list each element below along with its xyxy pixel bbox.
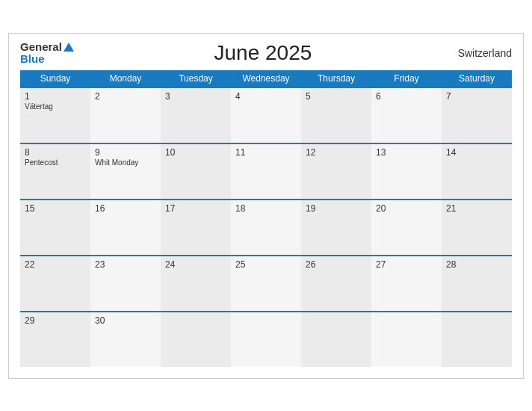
day-number: 24 [165, 259, 226, 270]
empty-day-cell [301, 312, 371, 367]
day-number: 29 [25, 315, 86, 326]
logo-general-text: General [20, 41, 74, 54]
day-cell-17: 17 [161, 200, 231, 255]
day-number: 2 [95, 91, 156, 102]
day-cell-25: 25 [231, 256, 301, 311]
day-number: 4 [235, 91, 297, 102]
day-cell-18: 18 [231, 200, 301, 255]
day-cell-14: 14 [442, 144, 512, 199]
day-number: 22 [25, 259, 86, 270]
day-cell-11: 11 [231, 144, 301, 199]
day-cell-21: 21 [442, 200, 512, 255]
logo-blue-text: Blue [20, 53, 45, 66]
day-cell-7: 7 [442, 88, 512, 143]
day-number: 28 [446, 259, 507, 270]
logo-triangle-icon [64, 43, 74, 52]
day-header-row: SundayMondayTuesdayWednesdayThursdayFrid… [20, 70, 512, 87]
week-row-2: 8Pentecost9Whit Monday1011121314 [20, 143, 512, 199]
day-number: 17 [165, 203, 226, 214]
day-cell-27: 27 [371, 256, 442, 311]
day-header-wednesday: Wednesday [231, 70, 301, 87]
day-number: 18 [235, 203, 297, 214]
day-cell-6: 6 [371, 88, 442, 143]
day-cell-10: 10 [161, 144, 231, 199]
day-number: 11 [235, 147, 297, 158]
day-cell-1: 1Vätertag [20, 88, 90, 143]
day-header-saturday: Saturday [442, 70, 512, 87]
day-cell-16: 16 [90, 200, 161, 255]
day-number: 12 [306, 147, 367, 158]
day-number: 27 [376, 259, 437, 270]
day-header-thursday: Thursday [301, 70, 371, 87]
day-number: 19 [306, 203, 367, 214]
day-cell-24: 24 [161, 256, 231, 311]
day-header-sunday: Sunday [20, 70, 90, 87]
day-number: 13 [376, 147, 437, 158]
logo: General Blue [20, 41, 74, 66]
calendar-header: General Blue June 2025 Switzerland [20, 41, 512, 66]
day-number: 26 [306, 259, 367, 270]
day-number: 25 [235, 259, 297, 270]
day-cell-13: 13 [371, 144, 442, 199]
day-number: 10 [165, 147, 226, 158]
day-number: 7 [446, 91, 507, 102]
week-row-3: 15161718192021 [20, 199, 512, 255]
event-label: Vätertag [25, 102, 86, 111]
day-cell-12: 12 [301, 144, 371, 199]
day-number: 6 [376, 91, 437, 102]
week-row-4: 22232425262728 [20, 255, 512, 311]
empty-day-cell [231, 312, 301, 367]
country-label: Switzerland [452, 47, 512, 59]
week-row-5: 2930 [20, 311, 512, 367]
day-number: 20 [376, 203, 437, 214]
calendar-grid: 1Vätertag2345678Pentecost9Whit Monday101… [20, 87, 512, 367]
week-row-1: 1Vätertag234567 [20, 87, 512, 143]
day-header-tuesday: Tuesday [161, 70, 231, 87]
day-header-monday: Monday [90, 70, 161, 87]
month-title: June 2025 [74, 41, 452, 65]
day-cell-23: 23 [90, 256, 161, 311]
day-cell-22: 22 [20, 256, 90, 311]
day-number: 8 [25, 147, 86, 158]
day-number: 9 [95, 147, 156, 158]
event-label: Whit Monday [95, 158, 156, 167]
day-cell-3: 3 [161, 88, 231, 143]
day-cell-28: 28 [442, 256, 512, 311]
day-number: 5 [306, 91, 367, 102]
calendar: General Blue June 2025 Switzerland Sunda… [8, 33, 524, 379]
day-cell-29: 29 [20, 312, 90, 367]
day-header-friday: Friday [371, 70, 442, 87]
day-cell-4: 4 [231, 88, 301, 143]
day-cell-20: 20 [371, 200, 442, 255]
day-cell-5: 5 [301, 88, 371, 143]
event-label: Pentecost [25, 158, 86, 167]
day-number: 30 [95, 315, 156, 326]
empty-day-cell [371, 312, 442, 367]
day-cell-8: 8Pentecost [20, 144, 90, 199]
day-cell-26: 26 [301, 256, 371, 311]
day-number: 16 [95, 203, 156, 214]
day-cell-15: 15 [20, 200, 90, 255]
day-number: 21 [446, 203, 507, 214]
day-number: 14 [446, 147, 507, 158]
day-number: 15 [25, 203, 86, 214]
day-cell-19: 19 [301, 200, 371, 255]
day-cell-9: 9Whit Monday [90, 144, 161, 199]
day-cell-2: 2 [90, 88, 161, 143]
day-cell-30: 30 [90, 312, 161, 367]
empty-day-cell [161, 312, 231, 367]
empty-day-cell [442, 312, 512, 367]
day-number: 1 [25, 91, 86, 102]
day-number: 23 [95, 259, 156, 270]
day-number: 3 [165, 91, 226, 102]
